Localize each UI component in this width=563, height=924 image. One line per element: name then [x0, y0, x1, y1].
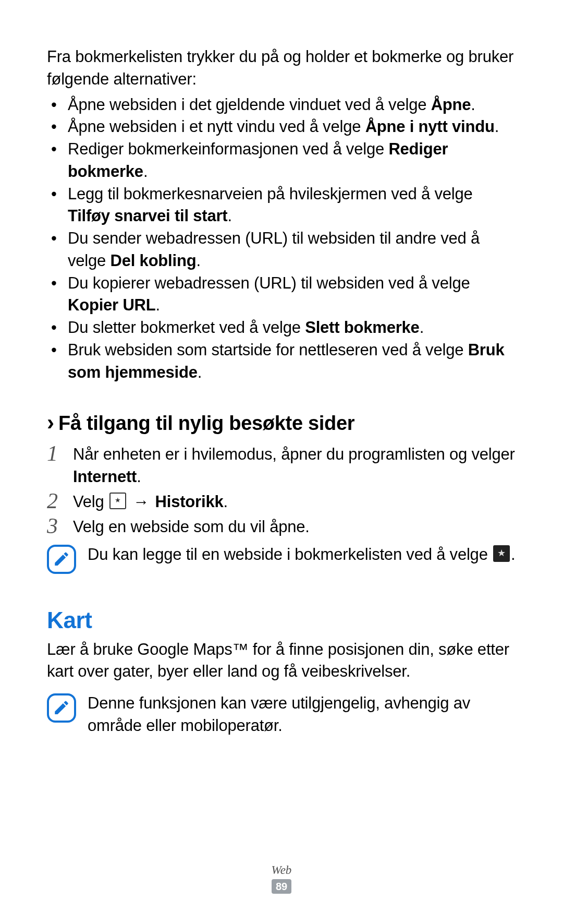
note-text: Denne funksjonen kan være utilgjengelig,… — [88, 692, 516, 737]
list-text: Legg til bokmerkesnarveien på hvileskjer… — [68, 185, 473, 203]
steps-list: 1 Når enheten er i hvilemodus, åpner du … — [47, 442, 516, 538]
footer-section-label: Web — [0, 863, 563, 877]
step-bold: Internett — [73, 467, 137, 486]
step-text: Når enheten er i hvilemodus, åpner du pr… — [73, 442, 516, 488]
step-item: 2 Velg → Historikk. — [47, 489, 516, 513]
list-bold: Tilføy snarvei til start — [68, 207, 227, 225]
list-text: . — [227, 207, 231, 225]
note-fragment: Du kan legge til en webside i bokmerkeli… — [88, 545, 492, 563]
list-text: Åpne websiden i det gjeldende vinduet ve… — [68, 95, 431, 114]
list-item: Rediger bokmerkeinformasjonen ved å velg… — [47, 138, 516, 183]
note-block: Du kan legge til en webside i bokmerkeli… — [47, 544, 516, 574]
step-fragment: . — [223, 493, 227, 511]
chevron-icon: › — [47, 412, 54, 434]
list-bold: Åpne i nytt vindu — [365, 117, 495, 136]
pencil-icon — [53, 699, 70, 716]
list-bold: Kopier URL — [68, 296, 156, 314]
note-fragment: . — [511, 545, 515, 563]
step-text: Velg → Historikk. — [73, 489, 228, 513]
list-item: Du sletter bokmerket ved å velge Slett b… — [47, 317, 516, 339]
body-paragraph: Lær å bruke Google Maps™ for å finne pos… — [47, 639, 516, 683]
list-text: . — [156, 296, 160, 314]
list-text: . — [420, 318, 424, 337]
star-icon — [493, 545, 510, 562]
list-item: Du kopierer webadressen (URL) til websid… — [47, 272, 516, 317]
list-text: . — [495, 117, 499, 136]
list-item: Åpne websiden i det gjeldende vinduet ve… — [47, 94, 516, 116]
note-icon — [47, 693, 76, 723]
arrow-icon: → — [133, 491, 149, 513]
list-bold: Slett bokmerke — [305, 318, 419, 337]
list-text: . — [471, 95, 475, 114]
step-fragment: . — [137, 467, 141, 486]
note-block: Denne funksjonen kan være utilgjengelig,… — [47, 692, 516, 737]
step-item: 3 Velg en webside som du vil åpne. — [47, 514, 516, 538]
step-item: 1 Når enheten er i hvilemodus, åpner du … — [47, 442, 516, 488]
list-bold: Åpne — [431, 95, 471, 114]
list-text: . — [143, 162, 148, 181]
list-bold: Del kobling — [111, 251, 197, 270]
list-item: Legg til bokmerkesnarveien på hvileskjer… — [47, 183, 516, 228]
note-icon — [47, 545, 76, 574]
step-bold: Historikk — [155, 493, 224, 511]
list-text: Rediger bokmerkeinformasjonen ved å velg… — [68, 140, 388, 158]
list-text: Bruk websiden som startside for nettlese… — [68, 341, 468, 359]
intro-paragraph: Fra bokmerkelisten trykker du på og hold… — [47, 46, 516, 91]
step-text: Velg en webside som du vil åpne. — [73, 514, 310, 538]
step-fragment: Velg en webside som du vil åpne. — [73, 518, 310, 536]
options-list: Åpne websiden i det gjeldende vinduet ve… — [47, 94, 516, 384]
list-text: Du sletter bokmerket ved å velge — [68, 318, 305, 337]
list-item: Bruk websiden som startside for nettlese… — [47, 339, 516, 384]
step-number: 3 — [47, 514, 73, 537]
bookmark-icon — [109, 493, 126, 509]
note-text: Du kan legge til en webside i bokmerkeli… — [88, 544, 516, 566]
document-page: Fra bokmerkelisten trykker du på og hold… — [0, 0, 563, 924]
list-text: Åpne websiden i et nytt vindu ved å velg… — [68, 117, 365, 136]
step-number: 2 — [47, 489, 73, 512]
list-text: . — [198, 363, 202, 381]
subheading-row: › Få tilgang til nylig besøkte sider — [47, 412, 516, 435]
list-text: Du kopierer webadressen (URL) til websid… — [68, 274, 470, 292]
step-number: 1 — [47, 442, 73, 465]
list-text: . — [196, 251, 200, 270]
step-fragment: Når enheten er i hvilemodus, åpner du pr… — [73, 445, 515, 463]
pencil-icon — [53, 550, 70, 568]
section-heading: Kart — [47, 607, 516, 633]
subheading: Få tilgang til nylig besøkte sider — [58, 412, 354, 435]
page-footer: Web 89 — [0, 863, 563, 894]
page-number-badge: 89 — [272, 879, 291, 894]
list-item: Åpne websiden i et nytt vindu ved å velg… — [47, 116, 516, 138]
step-fragment: Velg — [73, 493, 108, 511]
list-item: Du sender webadressen (URL) til websiden… — [47, 227, 516, 272]
